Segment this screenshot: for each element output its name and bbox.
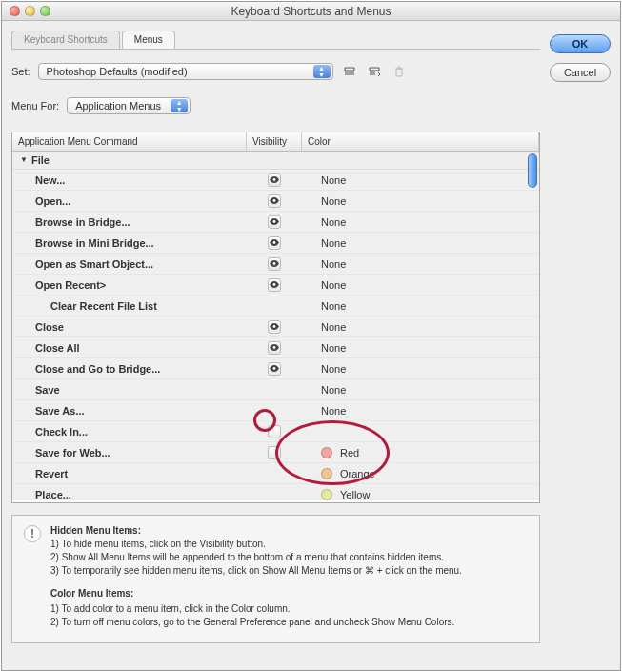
delete-set-icon	[391, 64, 408, 79]
visibility-toggle[interactable]	[268, 173, 281, 187]
color-cell[interactable]: None	[302, 321, 539, 333]
table-row[interactable]: New...None	[12, 170, 539, 191]
table-row[interactable]: CloseNone	[12, 316, 539, 337]
visibility-cell	[247, 278, 302, 292]
cmd-label: Revert	[12, 468, 247, 479]
set-row: Set: Photoshop Defaults (modified) ▲▼	[11, 63, 540, 80]
scrollbar[interactable]	[528, 153, 537, 188]
tab-bar: Keyboard Shortcuts Menus	[11, 31, 540, 50]
color-cell[interactable]: None	[302, 216, 539, 228]
col-header-color[interactable]: Color	[302, 132, 539, 151]
color-cell[interactable]: None	[302, 384, 539, 396]
color-label: None	[321, 279, 346, 291]
visibility-toggle[interactable]	[268, 215, 281, 229]
color-cell[interactable]: None	[302, 258, 539, 270]
visibility-toggle[interactable]	[268, 341, 281, 355]
table-row[interactable]: Open as Smart Object...None	[12, 254, 539, 275]
cancel-button[interactable]: Cancel	[550, 63, 611, 82]
color-cell[interactable]: None	[302, 300, 539, 312]
table-row[interactable]: Open...None	[12, 191, 539, 212]
visibility-cell	[247, 446, 302, 459]
table-row[interactable]: Browse in Bridge...None	[12, 212, 539, 233]
table-row[interactable]: Save for Web...Red	[12, 442, 539, 463]
set-dropdown[interactable]: Photoshop Defaults (modified) ▲▼	[38, 63, 333, 80]
color-cell[interactable]: None	[302, 195, 539, 207]
cmd-label: Close and Go to Bridge...	[12, 363, 247, 375]
titlebar: Keyboard Shortcuts and Menus	[2, 2, 620, 21]
minimize-window-icon[interactable]	[25, 6, 35, 16]
col-header-visibility[interactable]: Visibility	[247, 132, 302, 151]
table-row[interactable]: Clear Recent File ListNone	[12, 295, 539, 316]
hint-line: 2) To turn off menu colors, go to the Ge…	[50, 616, 462, 629]
visibility-toggle[interactable]	[268, 194, 281, 208]
cmd-label: Save	[12, 384, 247, 396]
grid-section-label: File	[31, 154, 50, 166]
color-cell[interactable]: None	[302, 405, 539, 417]
table-row[interactable]: Close and Go to Bridge...None	[12, 358, 539, 379]
color-swatch-orange	[321, 468, 332, 479]
info-icon: !	[24, 525, 41, 542]
color-label: None	[321, 405, 346, 417]
color-label: Yellow	[340, 489, 370, 500]
visibility-toggle[interactable]	[268, 236, 281, 250]
save-set-as-icon[interactable]	[366, 64, 383, 79]
grid-section-file[interactable]: ▼File	[12, 152, 539, 170]
visibility-cell	[247, 341, 302, 355]
svg-point-0	[273, 178, 276, 181]
zoom-window-icon[interactable]	[40, 6, 50, 16]
ok-button[interactable]: OK	[550, 34, 611, 53]
color-cell[interactable]: None	[302, 237, 539, 249]
eye-icon	[269, 344, 280, 351]
dropdown-arrows-icon: ▲▼	[171, 99, 188, 112]
svg-point-1	[273, 199, 276, 202]
visibility-cell	[247, 257, 302, 271]
visibility-toggle[interactable]	[268, 425, 281, 438]
table-row[interactable]: Browse in Mini Bridge...None	[12, 233, 539, 254]
cmd-label: Save As...	[12, 405, 247, 417]
hint-text: Hidden Menu Items: 1) To hide menu items…	[50, 525, 462, 629]
save-set-icon[interactable]	[341, 64, 358, 79]
table-row[interactable]: Save As...None	[12, 400, 539, 421]
visibility-cell	[247, 362, 302, 376]
color-label: Red	[340, 447, 359, 458]
table-row[interactable]: Open Recent>None	[12, 275, 539, 295]
table-row[interactable]: SaveNone	[12, 379, 539, 400]
visibility-cell	[247, 215, 302, 229]
color-cell[interactable]: Orange	[302, 468, 539, 479]
visibility-toggle[interactable]	[268, 278, 281, 292]
svg-point-6	[273, 325, 276, 328]
visibility-cell	[247, 173, 302, 187]
color-cell[interactable]: Red	[302, 447, 539, 458]
col-header-command[interactable]: Application Menu Command	[12, 132, 247, 151]
visibility-toggle[interactable]	[268, 257, 281, 271]
visibility-toggle[interactable]	[268, 446, 281, 459]
visibility-cell	[247, 194, 302, 208]
cmd-label: Check In...	[12, 426, 247, 438]
eye-icon	[269, 218, 280, 225]
color-cell[interactable]: None	[302, 363, 539, 375]
visibility-toggle[interactable]	[268, 362, 281, 376]
window-controls	[10, 6, 50, 16]
cmd-label: Close All	[12, 342, 247, 354]
visibility-toggle[interactable]	[268, 320, 281, 334]
close-window-icon[interactable]	[10, 6, 20, 16]
color-label: None	[321, 342, 346, 354]
color-cell[interactable]: Yellow	[302, 489, 539, 500]
color-label: Orange	[340, 468, 375, 479]
table-row[interactable]: Check In...	[12, 421, 539, 442]
color-cell[interactable]: None	[302, 174, 539, 186]
scrollbar-thumb[interactable]	[528, 153, 537, 188]
menu-for-dropdown[interactable]: Application Menus ▲▼	[67, 97, 191, 114]
color-label: None	[321, 174, 346, 186]
color-label: None	[321, 237, 346, 249]
table-row[interactable]: RevertOrange	[12, 463, 539, 484]
cmd-label: Close	[12, 321, 247, 333]
tab-keyboard-shortcuts[interactable]: Keyboard Shortcuts	[11, 31, 120, 49]
color-label: None	[321, 363, 346, 375]
color-swatch-yellow	[321, 489, 332, 500]
table-row[interactable]: Close AllNone	[12, 337, 539, 358]
color-cell[interactable]: None	[302, 279, 539, 291]
color-cell[interactable]: None	[302, 342, 539, 354]
tab-menus[interactable]: Menus	[122, 31, 175, 49]
table-row[interactable]: Place...Yellow	[12, 484, 539, 500]
